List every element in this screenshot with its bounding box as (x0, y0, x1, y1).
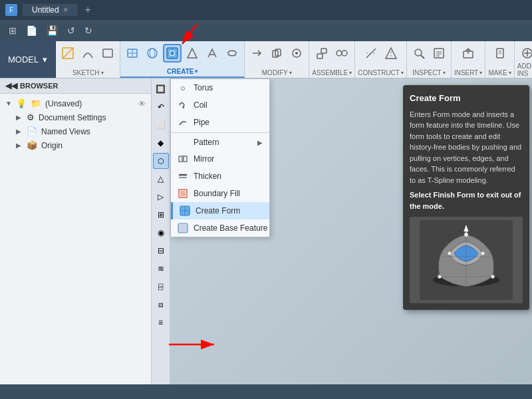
left-tool-11[interactable]: ⌸ (153, 279, 169, 295)
left-tool-5[interactable]: △ (153, 171, 169, 187)
tree-expand-origin: ▶ (16, 142, 23, 149)
tree-eye-icon[interactable]: 👁 (138, 100, 146, 108)
create-icon-1[interactable] (123, 44, 142, 63)
tree-item-unsaved[interactable]: ▼ 💡 📁 (Unsaved) 👁 (0, 96, 151, 110)
model-label: MODEL (8, 55, 39, 65)
modify-icon-2[interactable] (267, 44, 286, 63)
make-label[interactable]: MAKE ▾ (488, 69, 511, 76)
create-icon-2[interactable] (143, 44, 162, 63)
tree-icon-views: 📄 (27, 126, 37, 136)
left-tool-9[interactable]: ⊟ (153, 243, 169, 259)
quick-access-toolbar: ⊞ 📄 💾 ↺ ↻ (0, 20, 532, 41)
toolbar-group-assemble: ASSEMBLE ▾ (309, 41, 355, 78)
left-tool-3[interactable]: ⬜ (153, 117, 169, 133)
menu-item-pipe[interactable]: Pipe (171, 114, 269, 131)
inspect-label[interactable]: INSPECT ▾ (412, 69, 445, 76)
insert-icon-1[interactable] (459, 44, 477, 63)
menu-item-create-base[interactable]: Create Base Feature (171, 219, 269, 237)
menu-item-torus[interactable]: ○ Torus (171, 79, 269, 96)
sketch-icon-1[interactable] (59, 44, 77, 63)
construct-icon-2[interactable] (382, 44, 400, 63)
left-tool-globe[interactable]: ⬡ (153, 153, 169, 169)
construct-icon-1[interactable] (362, 44, 380, 63)
inspect-icon-1[interactable] (410, 44, 428, 63)
left-tool-4[interactable]: ◆ (153, 135, 169, 151)
tree-item-named-views[interactable]: ▶ 📄 Named Views (0, 124, 151, 138)
tab-untitled[interactable]: Untitled × (23, 4, 78, 16)
pattern-submenu-arrow: ▶ (257, 139, 263, 146)
title-bar-left: F Untitled × + (5, 4, 98, 16)
create-icon-6[interactable] (223, 44, 241, 63)
menu-item-pattern[interactable]: Pattern ▶ (171, 134, 269, 150)
assemble-icon-2[interactable] (332, 44, 351, 63)
insert-icons (459, 44, 477, 63)
left-panel-toolbar: 🔲 ↶ ⬜ ◆ ⬡ △ ▷ ⊞ ◉ ⊟ ≋ ⌸ ⧈ ≡ (152, 78, 170, 384)
tree-item-doc-settings[interactable]: ▶ ⚙ Document Settings (0, 110, 151, 124)
create-base-label: Create Base Feature (194, 223, 267, 233)
menu-item-create-form[interactable]: Create Form (171, 202, 269, 219)
left-tool-6[interactable]: ▷ (153, 189, 169, 205)
svg-rect-19 (317, 54, 323, 59)
model-selector[interactable]: MODEL ▾ (0, 41, 56, 78)
redo-button[interactable]: ↻ (81, 23, 96, 38)
left-tool-1[interactable]: 🔲 (153, 81, 169, 97)
left-tool-10[interactable]: ≋ (153, 261, 169, 277)
browser-collapse-icon[interactable]: ◀◀ (5, 81, 17, 90)
left-tool-7[interactable]: ⊞ (153, 207, 169, 223)
pattern-label: Pattern (194, 138, 219, 147)
tree-item-origin[interactable]: ▶ 📦 Origin (0, 138, 151, 152)
torus-icon: ○ (178, 82, 188, 93)
create-form-icon (180, 205, 190, 216)
menu-item-mirror[interactable]: Mirror (171, 150, 269, 168)
make-icon-1[interactable] (491, 44, 509, 63)
assemble-icon-1[interactable] (313, 44, 331, 63)
svg-point-62 (438, 275, 442, 279)
toolbar-group-addins: ADD-INS ▾ (515, 41, 532, 78)
app-icon: F (5, 4, 17, 16)
svg-point-18 (295, 52, 298, 55)
viewport[interactable]: 🔲 ↶ ⬜ ◆ ⬡ △ ▷ ⊞ ◉ ⊟ ≋ ⌸ ⧈ ≡ ○ Torus (152, 78, 532, 384)
inspect-icon-2[interactable] (430, 44, 448, 63)
construct-label[interactable]: CONSTRUCT ▾ (358, 69, 404, 76)
create-icon-5[interactable] (203, 44, 221, 63)
undo-button[interactable]: ↺ (64, 23, 78, 38)
menu-item-coil[interactable]: Coil (171, 96, 269, 114)
svg-point-60 (448, 252, 452, 255)
save-button[interactable]: 💾 (43, 23, 61, 38)
sketch-label[interactable]: SKETCH ▾ (72, 69, 104, 76)
left-tool-12[interactable]: ⧈ (153, 297, 169, 313)
create-dropdown-menu: ○ Torus Coil Pipe Pattern ▶ (170, 78, 270, 237)
tree-expand-doc: ▶ (16, 114, 23, 121)
modify-icon-1[interactable] (247, 44, 266, 63)
svg-point-63 (491, 275, 495, 279)
create-icon-4[interactable] (183, 44, 201, 63)
create-form-toolbar-icon[interactable] (163, 44, 182, 63)
main-toolbar: MODEL ▾ SKETCH ▾ (0, 41, 532, 78)
sketch-icon-2[interactable] (78, 44, 97, 63)
tab-close-icon[interactable]: × (63, 5, 68, 15)
left-tool-8[interactable]: ◉ (153, 225, 169, 241)
title-bar: F Untitled × + (0, 0, 532, 20)
file-button[interactable]: 📄 (23, 23, 41, 38)
assemble-label[interactable]: ASSEMBLE ▾ (312, 69, 352, 76)
mirror-icon (178, 154, 188, 164)
make-dropdown-arrow: ▾ (509, 70, 511, 76)
addins-label[interactable]: ADD-INS ▾ (517, 63, 532, 77)
toolbar-groups: SKETCH ▾ (56, 41, 532, 78)
grid-button[interactable]: ⊞ (5, 23, 20, 38)
sketch-icon-3[interactable] (98, 44, 117, 63)
svg-point-9 (150, 49, 155, 58)
menu-item-thicken[interactable]: Thicken (171, 168, 269, 185)
left-tool-13[interactable]: ≡ (153, 315, 169, 331)
insert-label[interactable]: INSERT ▾ (454, 69, 483, 76)
make-icons (491, 44, 509, 63)
modify-label[interactable]: MODIFY ▾ (262, 69, 292, 76)
left-tool-2[interactable]: ↶ (153, 99, 169, 115)
tooltip-title: Create Form (410, 92, 523, 105)
menu-item-boundary-fill[interactable]: Boundary Fill (171, 185, 269, 202)
tab-add-button[interactable]: + (78, 4, 97, 16)
addins-icon-1[interactable] (518, 44, 532, 63)
modify-icon-3[interactable] (287, 44, 306, 63)
tooltip-finish-note: Select Finish Form to exit out of the mo… (410, 190, 523, 211)
create-label[interactable]: CREATE ▾ (167, 68, 198, 75)
